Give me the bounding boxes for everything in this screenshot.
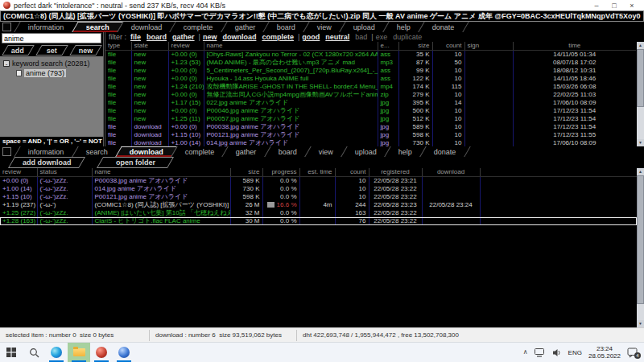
tree-expander-icon[interactable]: - [3, 60, 10, 67]
col-progress[interactable]: progress [262, 168, 299, 176]
tabstrip-checkbox[interactable] [2, 23, 11, 31]
taskbar-perfect-dark-button[interactable] [113, 343, 135, 362]
col-ext[interactable]: e... [378, 42, 398, 50]
keyword-button[interactable]: set [35, 45, 68, 56]
filter-item[interactable]: download [222, 33, 256, 41]
search-result-row[interactable]: file download +1.15 (10) P00121.jpg anim… [105, 131, 636, 139]
download-row[interactable]: +0.00 (0) ('-ω-')zZz. P00038.jpg anime ア… [0, 176, 637, 185]
search-result-row[interactable]: file new +1.25 (11) P00057.jpg anime アオハ… [105, 115, 636, 123]
tab[interactable]: upload [339, 22, 390, 32]
keyword-button[interactable]: add [2, 45, 35, 56]
filter-item[interactable]: | [298, 33, 299, 41]
taskbar-clock[interactable]: 23:24 28.05.2022 [588, 345, 621, 360]
search-result-row[interactable]: file new +0.00 (0) 5_Centimeters_Per_Sec… [105, 67, 636, 75]
notification-center-button[interactable]: 4 [627, 347, 639, 358]
tab[interactable]: information [14, 146, 78, 157]
filter-item[interactable]: | [371, 33, 373, 41]
filter-item[interactable]: complete [262, 33, 294, 41]
search-result-row[interactable]: file download +0.00 (0) P00038.jpg anime… [105, 123, 636, 131]
tab[interactable]: board [264, 146, 312, 157]
download-row[interactable]: +1.19 (237) ('-ω-') (COMIC1☆8) (同人誌) [拡張… [0, 201, 637, 209]
search-result-row[interactable]: file new +1.17 (15) 022.jpg anime アオハライド… [105, 99, 636, 107]
filter-item[interactable]: new [203, 33, 217, 41]
taskbar-explorer-button[interactable] [68, 343, 90, 362]
tab[interactable]: download [117, 22, 176, 32]
download-action-button[interactable]: add download [8, 157, 85, 168]
download-row[interactable]: +1.25 (272) ('-ω-')zZz. (ANIME) [はいたい七葉]… [0, 209, 637, 217]
keyword-button[interactable]: new [69, 45, 102, 56]
filter-item[interactable]: neutral [325, 33, 349, 41]
filter-item[interactable]: bad [355, 33, 367, 41]
start-button[interactable] [0, 343, 23, 362]
search-input[interactable] [2, 33, 101, 43]
tab[interactable]: search [72, 22, 124, 32]
scroll-thumb[interactable] [637, 175, 644, 304]
scroll-thumb[interactable] [637, 49, 644, 107]
download-row[interactable]: +1.00 (14) ('-ω-')zZz. 014.jpg anime アオハ… [0, 185, 637, 193]
network-icon[interactable] [535, 348, 546, 357]
tab[interactable]: donate [419, 146, 470, 157]
search-result-row[interactable]: file new +1.23 (53) (MAD ANIME) - 最高の合わせ… [105, 59, 636, 67]
col-time[interactable]: time [513, 42, 636, 50]
tab-label: upload [353, 23, 375, 32]
volume-icon[interactable] [552, 348, 562, 357]
search-result-row[interactable]: file new +0.00 (0) Hyouka - 14.ass Hyouk… [105, 75, 636, 83]
download-row[interactable]: +1.28 (163) ('-ω-')zZz. ClariS - ヒトリゴト.f… [0, 217, 637, 225]
search-result-row[interactable]: file new +1.24 (210) 攻殻機動隊ARISE -GHOST I… [105, 83, 636, 91]
tab[interactable]: upload [341, 146, 391, 157]
tree-node-keyword-search[interactable]: keyword search (20281) [12, 60, 90, 68]
scroll-up-icon[interactable]: ▲ [637, 42, 644, 49]
search-scrollbar[interactable]: ▲ ▼ [637, 42, 644, 146]
tab[interactable]: complete [169, 22, 227, 32]
taskbar-search-button[interactable] [23, 343, 45, 362]
tabstrip-checkbox[interactable] [2, 147, 11, 156]
search-result-row[interactable]: file new +0.00 (0) P00046.jpg anime アオハラ… [105, 107, 636, 115]
col-status[interactable]: status [37, 168, 92, 176]
filter-item[interactable]: gather [172, 33, 195, 41]
taskbar-edge-button[interactable] [45, 343, 68, 362]
scroll-down-icon[interactable]: ▼ [637, 320, 644, 327]
col-count[interactable]: count [432, 42, 464, 50]
minimize-button[interactable]: – [588, 1, 605, 10]
col-review[interactable]: review [0, 168, 37, 176]
hidden-icons-chevron[interactable]: ∧ [523, 348, 528, 356]
tab[interactable]: search [72, 146, 122, 157]
col-review[interactable]: review [168, 42, 204, 50]
col-size[interactable]: size [398, 42, 432, 50]
tab[interactable]: gather [221, 146, 270, 157]
download-action-button[interactable]: open folder [97, 157, 174, 168]
close-button[interactable]: × [623, 1, 641, 10]
col-est-time[interactable]: est. time [299, 168, 335, 176]
filter-item[interactable]: file [130, 33, 141, 41]
col-name[interactable]: name [204, 42, 378, 50]
tab[interactable]: gather [221, 22, 270, 32]
col-state[interactable]: state [131, 42, 168, 50]
search-result-row[interactable]: file new +0.00 (0) 無修正流出同人CG小説mp4mpg画像動画… [105, 91, 636, 99]
tab[interactable]: donate [418, 22, 469, 32]
taskbar-app-red-button[interactable] [90, 343, 113, 362]
col-count[interactable]: count [335, 168, 369, 176]
col-download[interactable]: download [422, 168, 480, 176]
filter-item[interactable]: good [302, 33, 320, 41]
filter-item[interactable]: | [199, 33, 200, 41]
scroll-up-icon[interactable]: ▲ [637, 168, 644, 175]
col-sign[interactable]: sign [464, 42, 513, 50]
language-indicator[interactable]: ENG [568, 349, 582, 356]
scroll-down-icon[interactable]: ▼ [637, 139, 644, 146]
filter-item[interactable]: board [147, 33, 167, 41]
col-registered[interactable]: registered [369, 168, 422, 176]
col-size[interactable]: size [230, 168, 262, 176]
col-name[interactable]: name [92, 168, 230, 176]
tab[interactable]: complete [171, 146, 229, 157]
filter-item[interactable]: duplicate [393, 33, 422, 41]
download-row[interactable]: +1.15 (10) ('-ω-')zZz. P00121.jpg anime … [0, 193, 637, 201]
tree-node-anime[interactable]: anime (793) [24, 69, 66, 77]
col-type[interactable]: type [105, 42, 131, 50]
download-scrollbar[interactable]: ▲ ▼ [637, 168, 644, 327]
tab[interactable]: information [14, 22, 78, 32]
filter-item[interactable]: exe [376, 33, 388, 41]
tab[interactable]: download [115, 146, 178, 157]
search-result-row[interactable]: file new +0.00 (0) [Ohys-Raws] Zankyou n… [105, 50, 636, 59]
maximize-button[interactable]: □ [605, 1, 623, 10]
search-result-row[interactable]: file download +1.00 (14) 014.jpg anime ア… [105, 139, 636, 147]
